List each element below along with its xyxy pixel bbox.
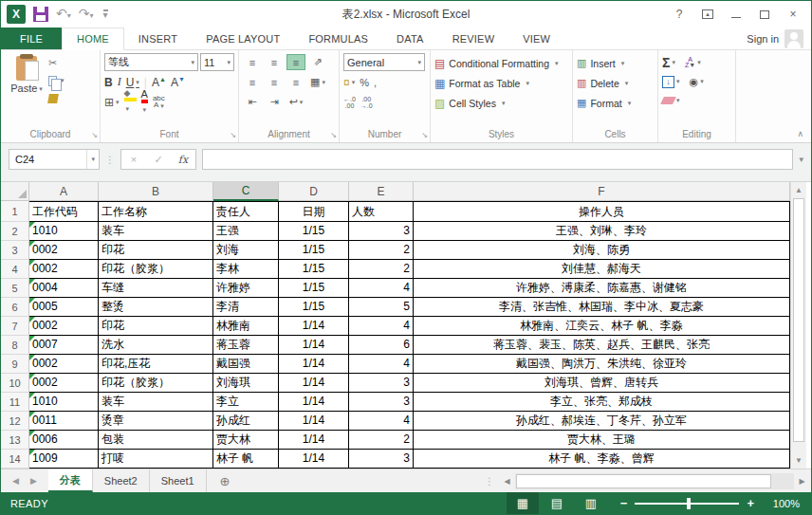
close-button[interactable]: × xyxy=(781,5,805,24)
row-header-4[interactable]: 4 xyxy=(1,260,29,279)
customize-qat-icon[interactable]: ▾ xyxy=(103,9,108,19)
cell-F1[interactable]: 操作人员 xyxy=(414,201,790,222)
formula-bar-splitter-icon[interactable]: ⋮ xyxy=(105,155,115,165)
cell-B5[interactable]: 车缝 xyxy=(99,279,213,298)
row-header-14[interactable]: 14 xyxy=(1,450,29,469)
select-all-corner[interactable] xyxy=(1,182,29,201)
cell-A7[interactable]: 0002 xyxy=(29,317,99,336)
cell-B11[interactable]: 装车 xyxy=(99,393,213,412)
cell-A14[interactable]: 1009 xyxy=(29,450,99,469)
tab-view[interactable]: VIEW xyxy=(508,28,564,49)
cell-C4[interactable]: 李林 xyxy=(213,260,279,279)
cell-B2[interactable]: 装车 xyxy=(99,222,213,241)
bold-button[interactable]: B xyxy=(104,76,113,89)
row-header-9[interactable]: 9 xyxy=(1,355,29,374)
cell-E7[interactable]: 4 xyxy=(349,317,414,336)
conditional-formatting-button[interactable]: ▤Conditional Formatting xyxy=(434,55,568,71)
zoom-slider[interactable] xyxy=(635,503,739,505)
format-painter-button[interactable] xyxy=(48,91,65,106)
comma-style-button[interactable]: , xyxy=(374,77,377,88)
collapse-ribbon-icon[interactable]: ∧ xyxy=(797,129,803,138)
cell-E1[interactable]: 人数 xyxy=(349,201,414,222)
column-header-E[interactable]: E xyxy=(349,182,414,201)
cell-A2[interactable]: 1010 xyxy=(29,222,99,241)
cell-F9[interactable]: 戴国强、陶洪万、朱洪纯、徐亚玲 xyxy=(414,355,790,374)
horizontal-scrollbar[interactable]: ◀ ▶ xyxy=(498,469,811,492)
cell-F14[interactable]: 林子 帆、李淼、曾辉 xyxy=(414,450,790,469)
cell-C9[interactable]: 戴国强 xyxy=(213,355,279,374)
cell-E6[interactable]: 5 xyxy=(349,298,414,317)
cell-D7[interactable]: 1/14 xyxy=(279,317,349,336)
orientation-button[interactable]: ⇗ xyxy=(308,54,327,70)
delete-cells-button[interactable]: ▥Delete xyxy=(577,75,654,91)
percent-style-button[interactable]: % xyxy=(360,77,369,88)
cell-B8[interactable]: 洗水 xyxy=(99,336,213,355)
number-dialog-launcher-icon[interactable]: ↘ xyxy=(421,131,428,139)
save-icon[interactable] xyxy=(33,7,48,22)
row-header-5[interactable]: 5 xyxy=(1,279,29,298)
page-layout-view-icon[interactable]: ▤ xyxy=(541,492,573,514)
page-break-preview-icon[interactable]: ▥ xyxy=(575,492,607,514)
middle-align-button[interactable]: ≡ xyxy=(265,54,284,70)
zoom-in-icon[interactable]: + xyxy=(747,496,754,510)
cell-D2[interactable]: 1/15 xyxy=(279,222,349,241)
tab-scroll-splitter-icon[interactable]: ⋮ xyxy=(481,469,498,492)
cell-B1[interactable]: 工作名称 xyxy=(99,201,213,222)
column-header-D[interactable]: D xyxy=(279,182,349,201)
cell-F2[interactable]: 王强、刘琳、李玲 xyxy=(414,222,790,241)
cell-C6[interactable]: 李清 xyxy=(213,298,279,317)
cell-B10[interactable]: 印花（胶浆） xyxy=(99,374,213,393)
font-dialog-launcher-icon[interactable]: ↘ xyxy=(230,131,236,139)
cell-A4[interactable]: 0002 xyxy=(29,260,99,279)
cell-F6[interactable]: 李清、张吉惟、林国瑞、李中冰、夏志豪 xyxy=(414,298,790,317)
cell-B7[interactable]: 印花 xyxy=(99,317,213,336)
bottom-align-button[interactable]: ≡ xyxy=(286,54,305,70)
grow-font-button[interactable]: A▲ xyxy=(152,76,166,89)
cell-F5[interactable]: 许雅婷、溥康柔、陈嘉惠、谢健铭 xyxy=(414,279,790,298)
cell-D10[interactable]: 1/14 xyxy=(279,374,349,393)
cell-styles-button[interactable]: ▨Cell Styles xyxy=(434,95,568,111)
cell-E14[interactable]: 3 xyxy=(349,450,414,469)
shrink-font-button[interactable]: A▼ xyxy=(171,76,185,89)
increase-decimal-button[interactable]: ←.0.00 xyxy=(343,96,356,109)
enter-icon[interactable]: ✓ xyxy=(146,154,171,166)
cancel-icon[interactable]: × xyxy=(121,154,146,165)
copy-button[interactable] xyxy=(48,73,65,88)
cell-E9[interactable]: 4 xyxy=(349,355,414,374)
cell-B3[interactable]: 印花 xyxy=(99,241,213,260)
redo-button[interactable]: ↷▾ xyxy=(79,7,94,23)
cell-D14[interactable]: 1/14 xyxy=(279,450,349,469)
row-header-12[interactable]: 12 xyxy=(1,412,29,431)
cell-F11[interactable]: 李立、张亮、郑成枝 xyxy=(414,393,790,412)
borders-button[interactable]: ⊞ xyxy=(104,96,120,109)
decrease-decimal-button[interactable]: .00→.0 xyxy=(360,96,373,109)
row-header-13[interactable]: 13 xyxy=(1,431,29,450)
cell-C7[interactable]: 林雅南 xyxy=(213,317,279,336)
cell-C11[interactable]: 李立 xyxy=(213,393,279,412)
autosum-button[interactable]: Σ xyxy=(662,55,675,70)
find-select-button[interactable]: ◉ xyxy=(690,76,704,88)
sign-in[interactable]: Sign in xyxy=(747,28,811,49)
cell-B9[interactable]: 印花,压花 xyxy=(99,355,213,374)
cell-C12[interactable]: 孙成红 xyxy=(213,412,279,431)
undo-button[interactable]: ↶▾ xyxy=(56,7,71,23)
formula-input[interactable] xyxy=(202,149,793,170)
tab-file[interactable]: FILE xyxy=(1,28,62,49)
cell-E2[interactable]: 3 xyxy=(349,222,414,241)
cell-D6[interactable]: 1/15 xyxy=(279,298,349,317)
row-header-7[interactable]: 7 xyxy=(1,317,29,336)
tab-data[interactable]: DATA xyxy=(382,28,438,49)
tab-formulas[interactable]: FORMULAS xyxy=(294,28,382,49)
fill-color-button[interactable]: ◆ xyxy=(124,89,137,115)
cell-F10[interactable]: 刘海琪、曾辉、唐转兵 xyxy=(414,374,790,393)
cell-C14[interactable]: 林子 帆 xyxy=(213,450,279,469)
sort-filter-button[interactable]: AZ▼ xyxy=(685,57,701,68)
row-header-8[interactable]: 8 xyxy=(1,336,29,355)
center-button[interactable]: ≡ xyxy=(265,74,284,90)
tab-page-layout[interactable]: PAGE LAYOUT xyxy=(192,28,294,49)
help-icon[interactable]: ? xyxy=(667,5,692,24)
cell-D9[interactable]: 1/14 xyxy=(279,355,349,374)
cell-E5[interactable]: 4 xyxy=(349,279,414,298)
horizontal-scroll-thumb[interactable] xyxy=(516,474,771,488)
vertical-scrollbar[interactable]: ▲ ▼ xyxy=(790,182,806,469)
